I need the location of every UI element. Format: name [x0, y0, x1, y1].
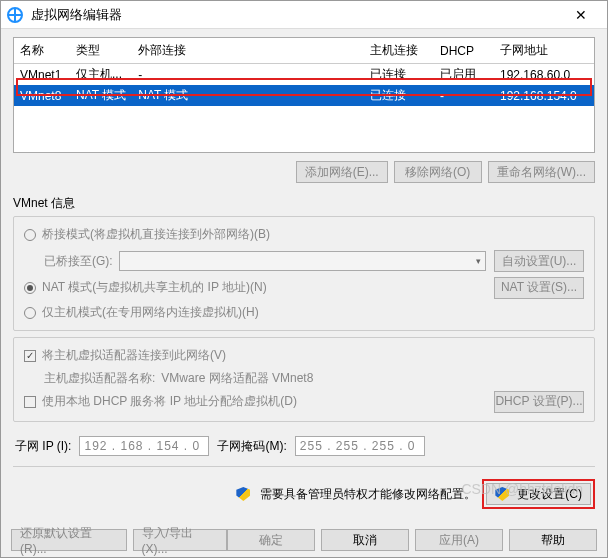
- connect-adapter-label: 将主机虚拟适配器连接到此网络(V): [42, 347, 226, 364]
- bridge-to-label: 已桥接至(G):: [44, 253, 113, 270]
- vmnet-info-label: VMnet 信息: [13, 195, 595, 212]
- col-type[interactable]: 类型: [70, 38, 132, 64]
- subnet-ip-input: 192 . 168 . 154 . 0: [79, 436, 209, 456]
- window-title: 虚拟网络编辑器: [31, 6, 561, 24]
- chevron-down-icon: ▾: [476, 256, 481, 266]
- nat-radio: [24, 282, 36, 294]
- remove-network-button: 移除网络(O): [394, 161, 482, 183]
- nat-label: NAT 模式(与虚拟机共享主机的 IP 地址)(N): [42, 279, 267, 296]
- use-dhcp-check: [24, 396, 36, 408]
- col-ext[interactable]: 外部连接: [132, 38, 364, 64]
- hostonly-radio: [24, 307, 36, 319]
- app-icon: [7, 7, 23, 23]
- add-network-button: 添加网络(E)...: [296, 161, 388, 183]
- use-dhcp-label: 使用本地 DHCP 服务将 IP 地址分配给虚拟机(D): [42, 393, 297, 410]
- hostonly-label: 仅主机模式(在专用网络内连接虚拟机)(H): [42, 304, 259, 321]
- connect-adapter-check: [24, 350, 36, 362]
- col-dhcp[interactable]: DHCP: [434, 38, 494, 64]
- apply-button: 应用(A): [415, 529, 503, 551]
- dhcp-settings-button: DHCP 设置(P)...: [494, 391, 584, 413]
- subnet-ip-label: 子网 IP (I):: [15, 438, 71, 455]
- table-row[interactable]: VMnet1 仅主机... - 已连接 已启用 192.168.60.0: [14, 64, 594, 86]
- bridge-to-combo: ▾: [119, 251, 486, 271]
- shield-icon: [495, 487, 509, 501]
- adapter-name-value: VMware 网络适配器 VMnet8: [161, 370, 313, 387]
- nat-settings-button: NAT 设置(S)...: [494, 277, 584, 299]
- subnet-mask-label: 子网掩码(M):: [217, 438, 286, 455]
- adapter-name-label: 主机虚拟适配器名称:: [44, 370, 155, 387]
- cancel-button[interactable]: 取消: [321, 529, 409, 551]
- help-button[interactable]: 帮助: [509, 529, 597, 551]
- col-name[interactable]: 名称: [14, 38, 70, 64]
- col-host[interactable]: 主机连接: [364, 38, 434, 64]
- close-button[interactable]: ✕: [561, 3, 601, 27]
- import-export-button: 导入/导出(X)...: [133, 529, 227, 551]
- table-row-selected[interactable]: VMnet8 NAT 模式 NAT 模式 已连接 - 192.168.154.0: [14, 85, 594, 106]
- shield-icon: [236, 487, 250, 501]
- restore-defaults-button: 还原默认设置(R)...: [11, 529, 127, 551]
- rename-network-button: 重命名网络(W)...: [488, 161, 595, 183]
- change-settings-button[interactable]: 更改设置(C): [486, 483, 591, 505]
- ok-button: 确定: [227, 529, 315, 551]
- auto-bridge-button: 自动设置(U)...: [494, 250, 584, 272]
- col-subnet[interactable]: 子网地址: [494, 38, 594, 64]
- annotation-highlight-button: 更改设置(C): [482, 479, 595, 509]
- bridge-label: 桥接模式(将虚拟机直接连接到外部网络)(B): [42, 226, 270, 243]
- admin-notice: 需要具备管理员特权才能修改网络配置。: [260, 486, 476, 503]
- subnet-mask-input: 255 . 255 . 255 . 0: [295, 436, 425, 456]
- networks-table[interactable]: 名称 类型 外部连接 主机连接 DHCP 子网地址 VMnet1 仅主机... …: [13, 37, 595, 153]
- bridge-radio: [24, 229, 36, 241]
